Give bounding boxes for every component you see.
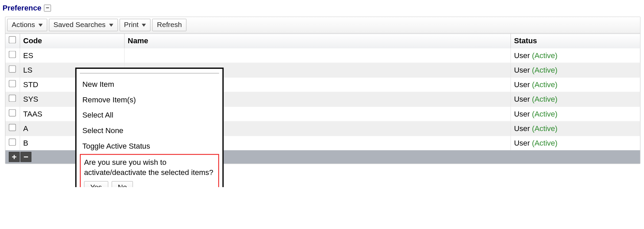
status-user: User [514, 109, 532, 118]
menu-item[interactable]: New Item [80, 77, 219, 92]
row-checkbox[interactable] [9, 138, 16, 146]
table-row[interactable]: ESUser (Active) [5, 48, 640, 63]
cell-status: User (Active) [510, 77, 640, 92]
row-checkbox[interactable] [9, 80, 16, 87]
actions-menu: New ItemRemove Item(s)Select AllSelect N… [75, 68, 224, 187]
actions-label: Actions [12, 21, 35, 29]
chevron-down-icon [109, 24, 113, 27]
status-active: (Active) [532, 124, 557, 133]
col-name[interactable]: Name [124, 33, 510, 48]
yes-button[interactable]: Yes [84, 181, 108, 187]
toolbar: Actions Saved Searches Print Refresh [5, 17, 640, 33]
cell-status: User (Active) [510, 48, 640, 63]
status-active: (Active) [532, 51, 557, 59]
remove-row-button[interactable]: − [21, 152, 31, 162]
print-button[interactable]: Print [119, 19, 151, 31]
cell-checkbox [5, 136, 20, 150]
row-add-remove: +− [9, 152, 31, 162]
print-label: Print [124, 21, 138, 29]
status-active: (Active) [532, 66, 557, 74]
refresh-label: Refresh [157, 21, 182, 29]
status-user: User [514, 66, 532, 74]
collapse-icon[interactable] [44, 4, 51, 11]
col-status[interactable]: Status [510, 33, 640, 48]
no-button[interactable]: No [112, 181, 133, 187]
confirm-dialog: Are you sure you wish to activate/deacti… [80, 154, 219, 187]
row-checkbox[interactable] [9, 109, 16, 117]
cell-checkbox [5, 63, 20, 77]
panel-title: Preference [2, 4, 41, 12]
actions-button[interactable]: Actions [7, 19, 47, 31]
menu-item[interactable]: Toggle Active Status [80, 138, 219, 154]
select-all-checkbox[interactable] [9, 36, 16, 43]
refresh-button[interactable]: Refresh [152, 19, 186, 31]
row-checkbox[interactable] [9, 124, 16, 131]
cell-code: ES [20, 48, 124, 63]
chevron-down-icon [142, 24, 146, 27]
menu-item[interactable]: Remove Item(s) [80, 92, 219, 108]
col-code[interactable]: Code [20, 33, 124, 48]
chevron-down-icon [38, 24, 42, 27]
status-user: User [514, 95, 532, 103]
status-active: (Active) [532, 139, 557, 147]
saved-searches-button[interactable]: Saved Searches [49, 19, 118, 31]
confirm-message: Are you sure you wish to activate/deacti… [84, 157, 215, 178]
saved-searches-label: Saved Searches [53, 21, 106, 29]
status-user: User [514, 124, 532, 133]
cell-status: User (Active) [510, 107, 640, 121]
status-active: (Active) [532, 80, 557, 89]
status-active: (Active) [532, 95, 557, 103]
row-checkbox[interactable] [9, 66, 16, 73]
cell-checkbox [5, 107, 20, 121]
cell-status: User (Active) [510, 92, 640, 106]
status-active: (Active) [532, 109, 557, 118]
cell-name [124, 48, 510, 63]
table-header: Code Name Status [5, 33, 640, 48]
cell-status: User (Active) [510, 136, 640, 150]
cell-checkbox [5, 92, 20, 106]
row-checkbox[interactable] [9, 51, 16, 58]
menu-item[interactable]: Select All [80, 108, 219, 123]
status-user: User [514, 80, 532, 89]
menu-separator [80, 73, 219, 73]
cell-checkbox [5, 77, 20, 92]
cell-checkbox [5, 121, 20, 136]
menu-item[interactable]: Select None [80, 123, 219, 138]
cell-status: User (Active) [510, 63, 640, 77]
row-checkbox[interactable] [9, 95, 16, 102]
col-select-all [5, 33, 20, 48]
status-user: User [514, 139, 532, 147]
cell-checkbox [5, 48, 20, 63]
add-row-button[interactable]: + [9, 152, 20, 162]
cell-status: User (Active) [510, 121, 640, 136]
status-user: User [514, 51, 532, 59]
